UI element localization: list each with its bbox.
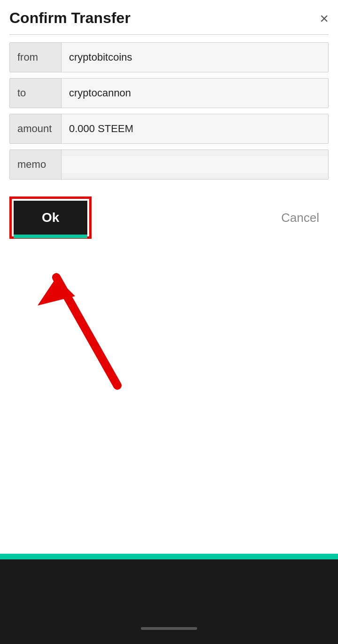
ok-button-wrapper: Ok	[9, 196, 92, 239]
cancel-button[interactable]: Cancel	[272, 201, 329, 235]
to-label: to	[10, 79, 61, 108]
bottom-teal-bar	[0, 554, 338, 559]
modal-title: Confirm Transfer	[9, 9, 131, 27]
from-label: from	[10, 43, 61, 72]
amount-value: 0.000 STEEM	[61, 114, 328, 143]
to-value: cryptocannon	[61, 79, 328, 108]
from-field-row: from cryptobitcoins	[9, 42, 329, 72]
amount-field-row: amount 0.000 STEEM	[9, 114, 329, 144]
memo-value	[61, 156, 328, 173]
to-field-row: to cryptocannon	[9, 78, 329, 108]
close-button[interactable]: ×	[320, 11, 329, 26]
memo-field-row: memo	[9, 149, 329, 180]
fields-container: from cryptobitcoins to cryptocannon amou…	[0, 35, 338, 187]
memo-label: memo	[10, 150, 61, 179]
bottom-black-area	[0, 559, 338, 644]
from-value: cryptobitcoins	[61, 43, 328, 72]
actions-row: Ok Cancel	[0, 187, 338, 248]
ok-button[interactable]: Ok	[14, 201, 87, 235]
modal-header: Confirm Transfer ×	[0, 0, 338, 34]
arrow-annotation	[28, 249, 131, 390]
amount-label: amount	[10, 114, 61, 143]
modal-container: Confirm Transfer × from cryptobitcoins t…	[0, 0, 338, 248]
bottom-indicator	[141, 627, 197, 630]
